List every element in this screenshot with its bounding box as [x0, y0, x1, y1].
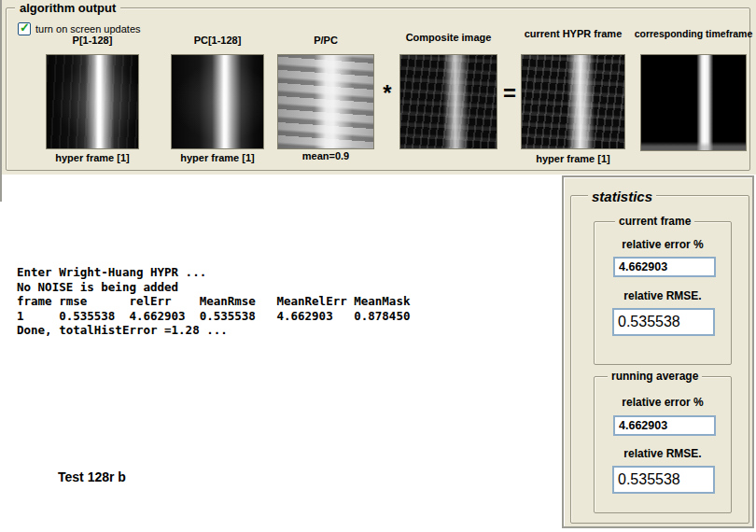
label-current-hypr: current HYPR frame	[511, 28, 635, 39]
algorithm-output-title: algorithm output	[15, 1, 120, 15]
screen-updates-row: ✓ turn on screen updates	[18, 21, 141, 35]
caption-hyper-frame-1: hyper frame [1]	[46, 152, 139, 163]
current-relative-rmse-field[interactable]	[612, 308, 715, 336]
screen-updates-checkbox[interactable]: ✓	[18, 22, 31, 35]
checkmark-icon: ✓	[20, 21, 30, 35]
running-average-title: running average	[608, 370, 702, 383]
current-relative-rmse-label: relative RMSE.	[595, 289, 731, 302]
running-relative-rmse-field[interactable]	[612, 466, 715, 494]
image-current-hypr-frame	[521, 54, 625, 149]
current-relative-error-label: relative error %	[595, 238, 731, 251]
current-relative-error-field[interactable]	[613, 257, 716, 277]
label-p-over-pc: P/PC	[277, 35, 374, 46]
caption-hyper-frame-5: hyper frame [1]	[511, 153, 635, 164]
current-frame-groupbox: current frame relative error % relative …	[594, 221, 732, 365]
image-p-over-pc	[277, 54, 374, 149]
image-corresponding-timeframe	[640, 54, 747, 151]
image-composite	[399, 54, 497, 149]
multiply-operator: *	[375, 80, 399, 106]
screen: algorithm output ✓ turn on screen update…	[0, 0, 756, 532]
statistics-groupbox: statistics current frame relative error …	[570, 195, 749, 524]
screen-updates-label: turn on screen updates	[35, 23, 141, 35]
running-relative-rmse-label: relative RMSE.	[595, 447, 731, 460]
label-p: P[1-128]	[46, 35, 139, 46]
statistics-panel: statistics current frame relative error …	[562, 175, 754, 528]
statistics-title: statistics	[588, 189, 656, 204]
running-relative-error-field[interactable]	[613, 415, 716, 436]
equals-operator: =	[497, 80, 522, 106]
image-p	[46, 54, 139, 149]
label-pc: PC[1-128]	[171, 35, 264, 46]
running-average-groupbox: running average relative error % relativ…	[594, 376, 732, 513]
image-pc	[171, 54, 264, 149]
console-output: Enter Wright-Huang HYPR ... No NOISE is …	[17, 265, 410, 338]
container-left-edge	[0, 0, 2, 202]
label-corresponding-timeframe: corresponding timeframe	[631, 28, 756, 39]
caption-hyper-frame-2: hyper frame [1]	[171, 152, 264, 163]
label-composite: Composite image	[399, 32, 497, 43]
test-annotation: Test 128r b	[58, 469, 126, 484]
caption-mean: mean=0.9	[277, 150, 374, 161]
current-frame-title: current frame	[615, 215, 694, 228]
running-relative-error-label: relative error %	[595, 396, 731, 409]
